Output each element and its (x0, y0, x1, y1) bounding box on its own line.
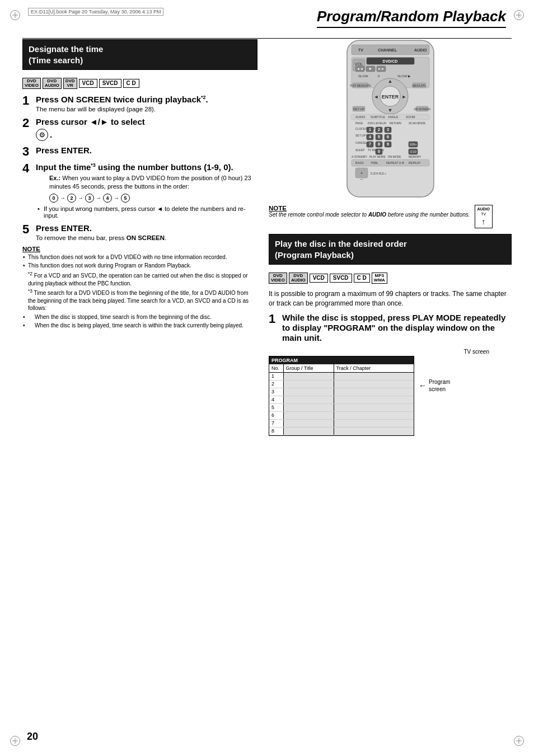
step-2: 2 Press cursor ◄/► to select ⊙ . (22, 117, 257, 141)
row-3-track (334, 388, 414, 396)
svg-text:100+: 100+ (409, 143, 417, 146)
step-1-content: Press ON SCREEN twice during playback*2.… (36, 95, 257, 112)
program-step-1-title: While the disc is stopped, press PLAY MO… (282, 313, 512, 343)
btn-2: 2 (67, 194, 76, 203)
step-2-title: Press cursor ◄/► to select ⊙ . (36, 117, 257, 141)
table-row: 7 (269, 419, 414, 427)
page-header: EX-D11[U].book Page 20 Tuesday, May 30, … (28, 8, 506, 28)
btn-3: 3 (85, 194, 94, 203)
note-3: *2 For a VCD and an SVCD, the operation … (22, 271, 257, 287)
corner-br (514, 736, 524, 746)
designate-time-header: Designate the time(Time search) (23, 40, 257, 69)
page-title-area: Program/Random Playback (317, 8, 506, 28)
program-table: PROGRAM No. Group / Title Track / Chapte… (269, 356, 414, 436)
svg-text:TOP MENU/PG: TOP MENU/PG (349, 84, 371, 87)
step-4: 4 Input the time*3 using the number butt… (22, 162, 257, 219)
table-row: 1 (269, 372, 414, 380)
badge-dvd-vr: DVD VR (63, 78, 77, 89)
note-title: NOTE (22, 246, 257, 252)
svg-text:ON SCREEN: ON SCREEN (414, 107, 430, 111)
program-screen-label-area: ← Programscreen (419, 356, 450, 393)
svg-text:▲: ▲ (387, 78, 392, 84)
svg-text:MENU/PL: MENU/PL (412, 84, 425, 87)
col-track-chapter: Track / Chapter (334, 364, 414, 373)
badge-prog-dvd-video: DVD VIDEO (269, 273, 287, 284)
badge-vcd: VCD (79, 79, 97, 88)
row-1-no: 1 (269, 372, 283, 380)
top-divider (22, 38, 512, 39)
badge-dvd-audio: DVD AUDIO (43, 78, 62, 89)
table-row: 8 (269, 427, 414, 435)
program-screen-label: Programscreen (429, 378, 450, 393)
svg-text:►: ► (368, 67, 372, 71)
program-table-body: 1 2 3 (269, 372, 414, 435)
svg-text:PAGE: PAGE (355, 121, 363, 125)
step-4-content: Input the time*3 using the number button… (36, 162, 257, 219)
step-4-title: Input the time*3 using the number button… (36, 162, 257, 172)
step-5-content: Press ENTER. To remove the menu bar, pre… (36, 223, 257, 241)
row-8-track (334, 427, 414, 435)
remote-svg: TV CHANNEL AUDIO VOL +/- DVD/CD ◄◄ ► ►► (336, 39, 445, 199)
note-right-text: Set the remote control mode selector to … (269, 212, 470, 218)
step-5-num: 5 (22, 223, 32, 236)
table-row: 5 (269, 403, 414, 411)
arrow-2: → (78, 195, 83, 201)
row-8-no: 8 (269, 427, 283, 435)
step-4-num: 4 (22, 162, 32, 175)
svg-text:ZOOM: ZOOM (406, 115, 415, 119)
table-row: 4 (269, 396, 414, 403)
svg-text:▼: ▼ (387, 107, 392, 113)
badge-prog-dvd-audio: DVD AUDIO (289, 273, 308, 284)
step-1-sub: The menu bar will be displayed (page 28)… (36, 106, 257, 112)
svg-text:5: 5 (378, 135, 380, 139)
row-2-group (283, 380, 334, 388)
badge-prog-svcd: SVCD (330, 274, 352, 283)
step-3-num: 3 (22, 145, 32, 158)
step-4-example: Ex.: When you want to play a DVD VIDEO f… (36, 174, 257, 191)
svg-text:ENTER: ENTER (381, 94, 399, 100)
program-screen-label-row: ← Programscreen (419, 378, 450, 393)
svg-text:5.2CH B.D.+: 5.2CH B.D.+ (371, 172, 386, 175)
svg-text:REPEAT A-B: REPEAT A-B (386, 161, 404, 165)
note-right-title: NOTE (269, 205, 470, 212)
row-1-track (334, 372, 414, 380)
note-4: *3 Time search for a DVD VIDEO is from t… (22, 288, 257, 312)
program-playback-box: Play the disc in the desired order(Progr… (269, 234, 512, 265)
note-right-remote: NOTE Set the remote control mode selecto… (269, 205, 512, 228)
arrow-left-icon: ← (419, 381, 427, 390)
designate-time-section: Designate the time(Time search) (22, 39, 257, 70)
step-5-title: Press ENTER. (36, 223, 257, 233)
svg-text:SUBTITLE: SUBTITLE (371, 115, 386, 119)
audio-tv-indicator: AUDIO TV ↑ (475, 205, 493, 228)
row-3-group (283, 388, 334, 396)
row-1-group (283, 372, 334, 380)
program-step-1-content: While the disc is stopped, press PLAY MO… (282, 313, 512, 343)
arrow-1: → (60, 195, 65, 201)
format-badges-time: DVD VIDEO DVD AUDIO DVD VR VCD SVCD C D (22, 78, 257, 89)
btn-4: 4 (103, 194, 112, 203)
note-2: This function does not work during Progr… (22, 262, 257, 270)
program-step-1: 1 While the disc is stopped, press PLAY … (269, 313, 512, 343)
badge-prog-cd: C D (354, 274, 370, 283)
file-info: EX-D11[U].book Page 20 Tuesday, May 30, … (28, 8, 163, 16)
right-column: TV CHANNEL AUDIO VOL +/- DVD/CD ◄◄ ► ►► (269, 39, 512, 436)
svg-text:◄: ◄ (373, 94, 378, 100)
program-table-thead: No. Group / Title Track / Chapter (269, 364, 414, 373)
table-row: 6 (269, 411, 414, 419)
svg-text:6: 6 (387, 135, 389, 139)
step-5-sub: To remove the menu bar, press ON SCREEN. (36, 234, 257, 241)
svg-text:SET UP: SET UP (353, 107, 364, 111)
program-playback-header: Play the disc in the desired order(Progr… (269, 234, 511, 264)
row-5-group (283, 403, 334, 411)
svg-text:►►: ►► (378, 67, 385, 71)
row-6-track (334, 411, 414, 419)
row-2-track (334, 380, 414, 388)
arrow-4: → (114, 195, 119, 201)
svg-text:BASS: BASS (355, 161, 364, 165)
svg-text:AUDIO: AUDIO (414, 48, 427, 52)
table-row: 2 (269, 380, 414, 388)
svg-text:8: 8 (378, 142, 380, 146)
step-3-title: Press ENTER. (36, 145, 257, 156)
row-3-no: 3 (269, 388, 283, 396)
program-table-header: PROGRAM (269, 356, 414, 364)
